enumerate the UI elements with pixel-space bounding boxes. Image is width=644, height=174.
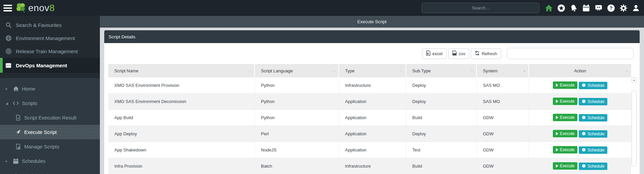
column-header-script-language[interactable]: Script Language↑↓	[255, 64, 339, 77]
sidebar-item-execute-script[interactable]: Execute Script	[0, 125, 100, 139]
sidebar-item-manage-scripts[interactable]: Manage Scripts	[0, 139, 100, 154]
sidebar-item-label: Manage Scripts	[24, 144, 59, 149]
schedule-button[interactable]: Schedule	[579, 114, 607, 121]
sidebar-item-devops-management[interactable]: </>DevOps Management	[0, 58, 100, 73]
sort-arrows-icon[interactable]: ↑↓	[470, 69, 473, 73]
export-csv-button[interactable]: csv	[448, 48, 469, 59]
cell-system: GDW	[477, 126, 529, 142]
enov8-logo[interactable]: enov8	[15, 1, 55, 15]
global-search-input[interactable]	[422, 3, 539, 13]
cell-script-name: App Shakedown	[108, 142, 255, 158]
column-label: Script Name	[114, 68, 139, 73]
column-header-sub-type[interactable]: Sub Type↑↓	[406, 64, 477, 77]
cell-script-language: Python	[255, 110, 339, 126]
cell-script-name: App Deploy	[108, 126, 255, 142]
schedule-button[interactable]: Schedule	[579, 82, 607, 89]
clock-icon	[582, 99, 586, 104]
sidebar-item-home[interactable]: ▸Home	[0, 81, 100, 96]
star-circle-icon[interactable]	[557, 3, 566, 13]
page-title: Execute Script	[100, 16, 644, 28]
home-icon[interactable]	[544, 3, 554, 13]
sort-arrows-icon[interactable]: ↑↓	[523, 69, 525, 73]
column-header-system[interactable]: System↑↓	[477, 64, 529, 77]
table-scrollbar[interactable]: ▲	[632, 77, 637, 167]
calendar-icon	[12, 158, 19, 165]
user-icon[interactable]	[631, 3, 641, 13]
cell-script-name: XMO SAS Environment Decomission	[108, 94, 255, 110]
sidebar-item-scripts[interactable]: ◢Scripts	[0, 96, 100, 110]
column-header-type[interactable]: Type↑↓	[339, 64, 406, 77]
export-excel-button[interactable]: x excel	[422, 48, 447, 59]
cell-system: GDW	[477, 142, 529, 158]
scrollbar-thumb[interactable]	[632, 90, 637, 167]
cell-sub-type: Test	[406, 142, 477, 158]
table-row: App ShakedownNodeJSApplicationTestGDWExe…	[108, 142, 631, 158]
logo-text: enov8	[28, 3, 55, 13]
cell-action: ExecuteSchedule	[529, 94, 631, 110]
help-circle-icon[interactable]: ?	[606, 3, 616, 13]
presentation-icon[interactable]	[594, 3, 603, 13]
execute-button[interactable]: Execute	[553, 130, 577, 137]
column-label: System	[483, 68, 497, 73]
cell-type: Application	[339, 142, 406, 158]
play-icon	[556, 116, 558, 119]
clock-icon	[582, 148, 586, 152]
sidebar-item-script-execution-result[interactable]: Script Execution Result	[0, 110, 100, 125]
content-area: Execute Script Script Details x excel	[100, 16, 644, 174]
sort-arrows-icon[interactable]: ↑↓	[249, 69, 251, 73]
sidebar-item-label: Script Execution Result	[24, 115, 76, 120]
calendar-icon[interactable]	[581, 3, 591, 13]
gear-icon[interactable]	[619, 3, 628, 13]
doc-plus-icon	[15, 143, 22, 150]
execute-button[interactable]: Execute	[553, 98, 577, 105]
cell-script-language: NodeJS	[255, 142, 339, 158]
cell-sub-type: Build	[406, 110, 477, 126]
cell-type: Application	[339, 126, 406, 142]
sidebar-item-environment-management[interactable]: Environment Management	[0, 32, 100, 45]
execute-button[interactable]: Execute	[553, 114, 577, 121]
column-label: Type	[345, 68, 354, 73]
clock-icon	[582, 115, 586, 120]
chevron-right-icon[interactable]: ▸	[6, 87, 10, 91]
refresh-button[interactable]: Refresh	[471, 48, 501, 59]
schedule-button[interactable]: Schedule	[579, 163, 607, 170]
execute-button[interactable]: Execute	[553, 81, 577, 89]
execute-button[interactable]: Execute	[553, 162, 577, 170]
cell-script-language: Batch	[255, 158, 339, 174]
cell-action: ExecuteSchedule	[529, 142, 631, 158]
search-icon	[5, 22, 12, 29]
sort-arrows-icon[interactable]: ↑↓	[333, 69, 335, 73]
table-filter-input[interactable]	[507, 48, 634, 59]
rocket-icon	[15, 129, 22, 136]
sidebar-item-label: Search & Favourites	[16, 22, 62, 28]
clock-icon	[582, 164, 586, 169]
scrollbar-up-icon[interactable]: ▲	[632, 77, 637, 82]
execute-button[interactable]: Execute	[553, 146, 577, 153]
sidebar-item-release-train-management[interactable]: Release Train Management	[0, 45, 100, 58]
table-row: Infra ProvisionBatchInfrastructureBuildG…	[108, 158, 631, 174]
schedule-button[interactable]: Schedule	[579, 98, 607, 105]
bell-icon[interactable]	[569, 3, 578, 13]
sort-arrows-icon[interactable]: ↑↓	[400, 69, 403, 73]
cell-action: ExecuteSchedule	[529, 110, 631, 126]
sidebar-item-search-favourites[interactable]: Search & Favourites	[0, 19, 100, 32]
cell-action: ExecuteSchedule	[529, 77, 631, 94]
cell-type: Application	[339, 94, 406, 110]
navbar-icons: ?	[544, 3, 641, 13]
schedule-button[interactable]: Schedule	[579, 130, 607, 138]
sidebar-item-administration[interactable]: ▸Administration	[0, 168, 100, 174]
hamburger-menu-icon[interactable]	[3, 5, 12, 11]
cell-script-name: XMO SAS Environment Provision	[108, 77, 255, 94]
column-header-action[interactable]: Action↑↓	[529, 64, 631, 77]
schedule-button[interactable]: Schedule	[579, 146, 607, 154]
clock-icon	[582, 83, 586, 88]
sort-arrows-icon[interactable]: ↑↓	[626, 69, 628, 73]
sidebar-item-schedules[interactable]: ▸Schedules	[0, 154, 100, 168]
chevron-right-icon[interactable]: ▸	[6, 159, 10, 163]
sidebar: Search & FavouritesEnvironment Managemen…	[0, 16, 100, 174]
play-icon	[556, 164, 558, 168]
column-header-script-name[interactable]: Script Name↑↓	[108, 64, 255, 77]
sidebar-item-label: Release Train Management	[16, 48, 78, 54]
csv-file-icon	[452, 50, 457, 57]
chevron-down-icon[interactable]: ◢	[6, 102, 10, 105]
